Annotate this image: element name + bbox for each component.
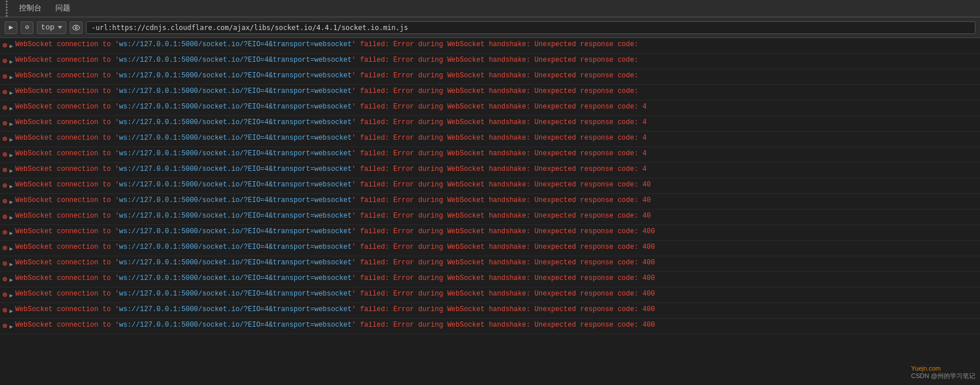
table-row: ⊗▶WebSocket connection to 'ws://127.0.0.… [0, 287, 980, 303]
error-icon[interactable]: ⊗ [2, 289, 7, 301]
error-icon[interactable]: ⊗ [2, 242, 7, 254]
error-icon[interactable]: ⊗ [2, 274, 7, 285]
error-icon[interactable]: ⊗ [2, 165, 7, 176]
expand-arrow-icon[interactable]: ▶ [9, 103, 13, 115]
expand-arrow-icon[interactable]: ▶ [9, 88, 13, 99]
table-row: ⊗▶WebSocket connection to 'ws://127.0.0.… [0, 256, 980, 272]
error-icon[interactable]: ⊗ [2, 320, 7, 332]
table-row: ⊗▶WebSocket connection to 'ws://127.0.0.… [0, 225, 980, 241]
filter-input[interactable] [86, 21, 975, 34]
play-button[interactable]: ▶ [5, 21, 17, 34]
console-error-text: WebSocket connection to 'ws://127.0.0.1:… [15, 85, 638, 97]
table-row: ⊗▶WebSocket connection to 'ws://127.0.0.… [0, 132, 980, 147]
svg-point-0 [73, 25, 80, 29]
tab-console[interactable]: 控制台 [16, 1, 45, 17]
table-row: ⊗▶WebSocket connection to 'ws://127.0.0.… [0, 241, 980, 256]
expand-arrow-icon[interactable]: ▶ [9, 322, 13, 333]
error-icon[interactable]: ⊗ [2, 227, 7, 238]
table-row: ⊗▶WebSocket connection to 'ws://127.0.0.… [0, 69, 980, 85]
svg-point-1 [76, 27, 78, 29]
console-error-text: WebSocket connection to 'ws://127.0.0.1:… [15, 226, 655, 237]
console-error-text: WebSocket connection to 'ws://127.0.0.1:… [15, 39, 638, 50]
drag-handle[interactable] [5, 0, 9, 18]
console-area[interactable]: ⊗▶WebSocket connection to 'ws://127.0.0.… [0, 38, 980, 385]
console-error-text: WebSocket connection to 'ws://127.0.0.1:… [15, 117, 647, 128]
expand-arrow-icon[interactable]: ▶ [9, 290, 13, 302]
stop-button[interactable]: ⊘ [21, 21, 33, 34]
console-error-text: WebSocket connection to 'ws://127.0.0.1:… [15, 304, 655, 315]
console-error-text: WebSocket connection to 'ws://127.0.0.1:… [15, 272, 655, 284]
chevron-down-icon [58, 26, 62, 29]
expand-arrow-icon[interactable]: ▶ [9, 134, 13, 146]
expand-arrow-icon[interactable]: ▶ [9, 72, 13, 84]
error-icon[interactable]: ⊗ [2, 71, 7, 83]
error-icon[interactable]: ⊗ [2, 133, 7, 145]
console-error-text: WebSocket connection to 'ws://127.0.0.1:… [15, 148, 647, 159]
error-icon[interactable]: ⊗ [2, 258, 7, 270]
expand-arrow-icon[interactable]: ▶ [9, 212, 13, 224]
table-row: ⊗▶WebSocket connection to 'ws://127.0.0.… [0, 38, 980, 54]
console-error-text: WebSocket connection to 'ws://127.0.0.1:… [15, 210, 651, 222]
table-row: ⊗▶WebSocket connection to 'ws://127.0.0.… [0, 54, 980, 69]
table-row: ⊗▶WebSocket connection to 'ws://127.0.0.… [0, 163, 980, 178]
expand-arrow-icon[interactable]: ▶ [9, 119, 13, 130]
error-icon[interactable]: ⊗ [2, 40, 7, 51]
console-error-text: WebSocket connection to 'ws://127.0.0.1:… [15, 54, 638, 66]
table-row: ⊗▶WebSocket connection to 'ws://127.0.0.… [0, 147, 980, 163]
error-icon[interactable]: ⊗ [2, 211, 7, 223]
tab-bar: 控制台 问题 [0, 0, 980, 17]
expand-arrow-icon[interactable]: ▶ [9, 259, 13, 271]
console-error-text: WebSocket connection to 'ws://127.0.0.1:… [15, 195, 651, 206]
context-label: top [41, 23, 54, 32]
table-row: ⊗▶WebSocket connection to 'ws://127.0.0.… [0, 303, 980, 319]
table-row: ⊗▶WebSocket connection to 'ws://127.0.0.… [0, 85, 980, 100]
expand-arrow-icon[interactable]: ▶ [9, 228, 13, 240]
console-error-text: WebSocket connection to 'ws://127.0.0.1:… [15, 70, 638, 81]
console-error-text: WebSocket connection to 'ws://127.0.0.1:… [15, 257, 655, 268]
error-icon[interactable]: ⊗ [2, 149, 7, 160]
expand-arrow-icon[interactable]: ▶ [9, 57, 13, 68]
table-row: ⊗▶WebSocket connection to 'ws://127.0.0.… [0, 100, 980, 116]
expand-arrow-icon[interactable]: ▶ [9, 197, 13, 208]
error-icon[interactable]: ⊗ [2, 180, 7, 192]
error-icon[interactable]: ⊗ [2, 196, 7, 207]
table-row: ⊗▶WebSocket connection to 'ws://127.0.0.… [0, 272, 980, 287]
toolbar: ▶ ⊘ top [0, 17, 980, 38]
table-row: ⊗▶WebSocket connection to 'ws://127.0.0.… [0, 116, 980, 132]
expand-arrow-icon[interactable]: ▶ [9, 41, 13, 53]
error-icon[interactable]: ⊗ [2, 87, 7, 98]
table-row: ⊗▶WebSocket connection to 'ws://127.0.0.… [0, 194, 980, 210]
error-icon[interactable]: ⊗ [2, 55, 7, 67]
expand-arrow-icon[interactable]: ▶ [9, 275, 13, 286]
expand-arrow-icon[interactable]: ▶ [9, 181, 13, 193]
error-icon[interactable]: ⊗ [2, 118, 7, 129]
expand-arrow-icon[interactable]: ▶ [9, 166, 13, 177]
error-icon[interactable]: ⊗ [2, 305, 7, 316]
context-selector[interactable]: top [37, 21, 66, 34]
console-error-text: WebSocket connection to 'ws://127.0.0.1:… [15, 179, 651, 190]
expand-arrow-icon[interactable]: ▶ [9, 150, 13, 162]
console-error-text: WebSocket connection to 'ws://127.0.0.1:… [15, 319, 655, 331]
eye-button[interactable] [70, 21, 82, 34]
console-error-text: WebSocket connection to 'ws://127.0.0.1:… [15, 288, 655, 300]
console-error-text: WebSocket connection to 'ws://127.0.0.1:… [15, 163, 647, 175]
table-row: ⊗▶WebSocket connection to 'ws://127.0.0.… [0, 210, 980, 225]
error-icon[interactable]: ⊗ [2, 102, 7, 114]
table-row: ⊗▶WebSocket connection to 'ws://127.0.0.… [0, 178, 980, 194]
console-error-text: WebSocket connection to 'ws://127.0.0.1:… [15, 241, 655, 253]
expand-arrow-icon[interactable]: ▶ [9, 244, 13, 255]
expand-arrow-icon[interactable]: ▶ [9, 306, 13, 317]
tab-issues[interactable]: 问题 [52, 1, 74, 17]
console-error-text: WebSocket connection to 'ws://127.0.0.1:… [15, 101, 647, 113]
console-error-text: WebSocket connection to 'ws://127.0.0.1:… [15, 132, 647, 144]
table-row: ⊗▶WebSocket connection to 'ws://127.0.0.… [0, 319, 980, 334]
